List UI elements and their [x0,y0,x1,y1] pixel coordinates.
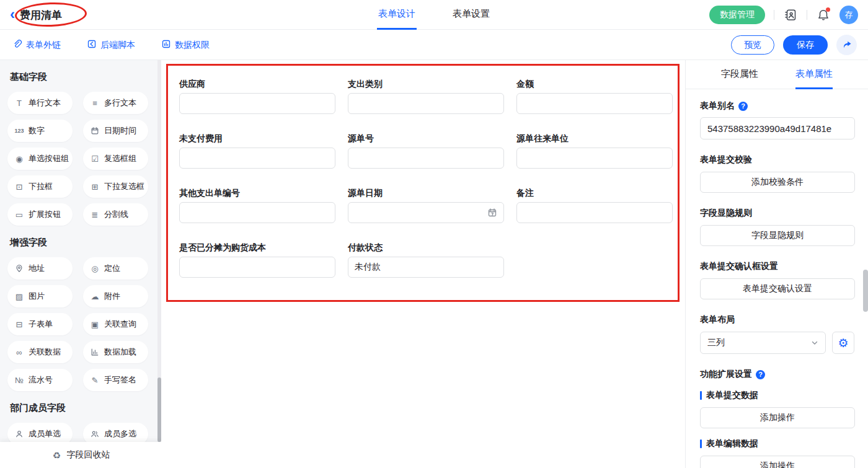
form-field-input[interactable] [348,93,504,114]
form-field[interactable]: 源单日期 [348,188,504,223]
help-icon[interactable]: ? [756,370,765,379]
sidebar-field-item[interactable]: ✎ 手写签名 [83,369,148,391]
dataload-icon [89,348,100,356]
toolbar-link-perm[interactable]: 数据权限 [161,39,210,51]
sidebar-field-item[interactable]: T 单行文本 [7,92,73,114]
panel-section-button[interactable]: 字段显隐规则 [700,225,855,246]
field-item-label: 复选框组 [104,153,136,164]
form-field[interactable]: 支出类别 [348,79,504,114]
field-item-label: 地址 [29,263,45,274]
form-field[interactable]: 备注 [516,188,673,223]
form-field-label: 支出类别 [348,79,504,91]
add-operation-button[interactable]: 添加操作 [700,456,855,468]
toolbar-link-label: 数据权限 [175,40,210,51]
header-tab-0[interactable]: 表单设计 [377,0,417,30]
share-arrow-icon [841,40,852,50]
field-item-label: 附件 [104,291,120,302]
form-field[interactable]: 金额 [516,79,673,114]
multiselect-icon: ⊞ [89,183,100,191]
form-field[interactable]: 源单号 [348,133,504,169]
field-library-sidebar: 基础字段 T 单行文本 ≡ 多行文本 123 数字 日期时间 ◉ 单选按钮组 ☑… [0,60,161,468]
form-field-input[interactable] [179,148,335,169]
form-field-input[interactable]: 未付款 [348,257,504,278]
save-button[interactable]: 保存 [783,35,828,55]
extension-group: 表单编辑数据 添加操作 [700,438,854,468]
window-scrollbar-thumb[interactable] [863,270,868,312]
sidebar-field-item[interactable]: ▨ 图片 [7,285,73,307]
form-alias-input[interactable] [700,117,855,139]
field-item-label: 子表单 [29,319,53,330]
form-field[interactable]: 其他支出单编号 [179,188,335,223]
toolbar-link-link[interactable]: 表单外链 [12,39,61,51]
form-field[interactable]: 源单往来单位 [516,133,673,169]
field-item-label: 关联数据 [29,347,61,358]
sidebar-field-item[interactable]: ▭ 扩展按钮 [7,203,73,226]
header-tab-1[interactable]: 表单设置 [451,0,491,30]
sidebar-field-item[interactable]: ▣ 关联查询 [83,313,148,335]
form-field[interactable]: 付款状态 未付款 [348,242,504,278]
form-field-label: 金额 [516,79,673,91]
field-item-label: 定位 [104,263,120,274]
layout-settings-button[interactable]: ⚙ [832,332,854,354]
sidebar-field-item[interactable]: 地址 [7,257,73,280]
accent-bar [700,391,702,400]
divider [774,10,774,20]
form-field-input[interactable] [179,257,335,278]
sidebar-field-item[interactable]: 日期时间 [83,120,148,142]
address-icon [14,264,25,273]
form-field-input[interactable] [516,93,673,114]
image-icon: ▨ [14,293,25,301]
sidebar-field-item[interactable]: 数据加载 [83,341,148,363]
contacts-book-icon[interactable] [783,7,798,22]
sidebar-field-item[interactable]: ☁ 附件 [83,285,148,307]
sidebar-field-item[interactable]: 123 数字 [7,120,73,142]
notification-bell-icon[interactable] [816,7,831,22]
form-field[interactable]: 未支付费用 [179,133,335,169]
data-manage-button[interactable]: 数据管理 [709,6,765,24]
reldata-icon: ∞ [14,348,25,356]
sidebar-field-item[interactable]: ≣ 分割线 [83,203,148,226]
sidebar-field-item[interactable]: ∞ 关联数据 [7,341,73,363]
link-icon [12,39,22,51]
form-field-input[interactable] [516,202,673,223]
sidebar-field-item[interactable]: № 流水号 [7,369,73,391]
form-field-input[interactable] [179,202,335,223]
form-field-input[interactable] [516,148,673,169]
sidebar-field-item[interactable]: ◉ 单选按钮组 [7,148,73,170]
form-field-input[interactable] [348,148,504,169]
sidebar-field-item[interactable]: ≡ 多行文本 [83,92,148,114]
field-item-label: 数据加载 [104,347,136,358]
panel-tab-0[interactable]: 字段属性 [721,60,758,89]
serial-icon: № [14,376,25,384]
text-icon: T [14,99,25,107]
header-actions: 数据管理 存 [709,0,858,30]
field-item-label: 手写签名 [104,374,136,386]
panel-section-button[interactable]: 添加校验条件 [700,172,855,193]
field-recycle-bin[interactable]: ♻ 字段回收站 [0,442,161,468]
sidebar-field-item[interactable]: ⊞ 下拉复选框 [83,175,148,198]
back-icon[interactable]: ‹ [10,7,15,22]
field-item-label: 流水号 [29,374,53,386]
add-operation-button[interactable]: 添加操作 [700,407,855,428]
layout-select[interactable]: 三列 [700,332,826,354]
sidebar-section: 基础字段 T 单行文本 ≡ 多行文本 123 数字 日期时间 ◉ 单选按钮组 ☑… [0,60,161,226]
page-title: 费用清单 [20,8,62,22]
panel-tab-1[interactable]: 表单属性 [795,60,833,89]
sidebar-field-item[interactable]: ☑ 复选框组 [83,148,148,170]
share-button[interactable] [836,35,857,55]
sidebar-field-item[interactable]: ◎ 定位 [83,257,148,280]
help-icon[interactable]: ? [738,102,748,111]
form-field-input[interactable] [179,93,335,114]
preview-button[interactable]: 预览 [731,35,774,55]
sidebar-field-item[interactable]: ⊟ 子表单 [7,313,73,335]
toolbar-link-script[interactable]: 后端脚本 [87,39,135,51]
form-field[interactable]: 供应商 [179,79,335,114]
panel-section-button[interactable]: 表单提交确认设置 [700,278,855,299]
form-field[interactable]: 是否已分摊为购货成本 [179,242,335,278]
sidebar-field-item[interactable]: ⊡ 下拉框 [7,175,73,198]
form-field-input[interactable] [348,202,504,223]
recycle-label: 字段回收站 [67,449,110,461]
person-icon [14,430,25,438]
field-item-label: 下拉复选框 [104,181,144,192]
avatar[interactable]: 存 [839,6,858,24]
